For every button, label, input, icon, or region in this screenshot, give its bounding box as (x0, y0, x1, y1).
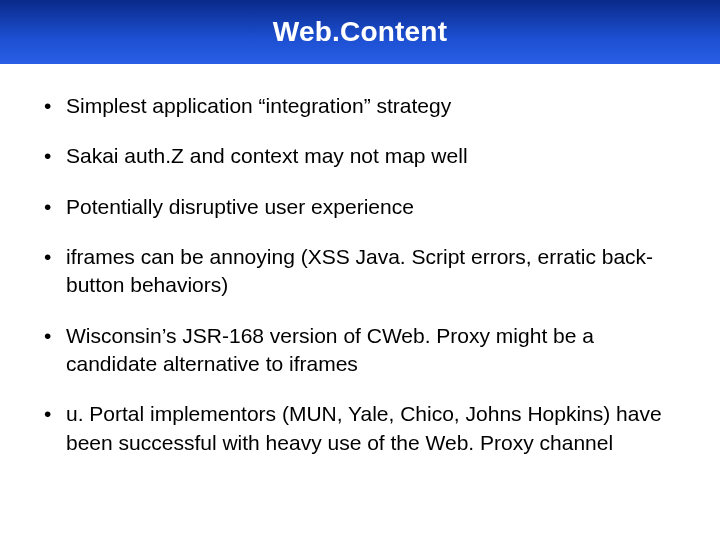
list-item: iframes can be annoying (XSS Java. Scrip… (36, 243, 684, 300)
list-item: Simplest application “integration” strat… (36, 92, 684, 120)
list-item: Sakai auth.Z and context may not map wel… (36, 142, 684, 170)
bullet-text: Simplest application “integration” strat… (66, 94, 451, 117)
slide-body: Simplest application “integration” strat… (0, 64, 720, 499)
list-item: u. Portal implementors (MUN, Yale, Chico… (36, 400, 684, 457)
bullet-text: Potentially disruptive user experience (66, 195, 414, 218)
list-item: Potentially disruptive user experience (36, 193, 684, 221)
bullet-text: u. Portal implementors (MUN, Yale, Chico… (66, 402, 662, 453)
title-bar: Web.Content (0, 0, 720, 64)
bullet-text: Wisconsin’s JSR-168 version of CWeb. Pro… (66, 324, 594, 375)
bullet-text: iframes can be annoying (XSS Java. Scrip… (66, 245, 653, 296)
list-item: Wisconsin’s JSR-168 version of CWeb. Pro… (36, 322, 684, 379)
bullet-list: Simplest application “integration” strat… (36, 92, 684, 457)
slide: Web.Content Simplest application “integr… (0, 0, 720, 540)
slide-title: Web.Content (273, 16, 447, 48)
bullet-text: Sakai auth.Z and context may not map wel… (66, 144, 468, 167)
